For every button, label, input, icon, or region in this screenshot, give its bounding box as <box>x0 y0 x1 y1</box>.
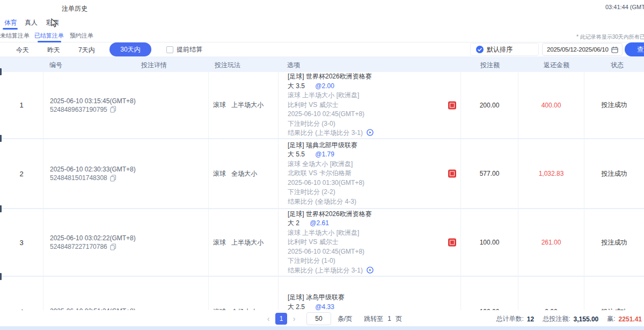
pick-selection: 大 3.5 <box>288 82 305 90</box>
pick-selection: 大 2 <box>288 219 299 227</box>
date-range-value: 2025/05/12-2025/06/10 <box>547 46 609 53</box>
table-row: 2 2025-06-10 02:30:33(GMT+8) 52484815017… <box>0 139 644 208</box>
col-header-play: 投注玩法 <box>215 61 240 70</box>
row-number: 2 <box>0 139 43 208</box>
subtab-settled[interactable]: 已结算注单 <box>34 32 64 40</box>
row-edge-mark <box>0 273 2 280</box>
match-teams: 比利时 VS 威尔士 <box>288 238 460 247</box>
page-title: 注单历史 <box>62 4 87 13</box>
total-count-value: 12 <box>527 315 534 323</box>
stake-amount: 577.00 <box>460 139 518 208</box>
stake-amount: 100.00 <box>460 209 518 276</box>
check-circle-icon <box>476 46 484 53</box>
order-number: 5248489637190795 <box>50 106 107 113</box>
match-time: 2025-06-10 01:30(GMT+8) <box>288 178 460 188</box>
row-number: 3 <box>0 209 43 276</box>
bet-time: 2025-06-10 03:02:22(GMT+8) <box>50 234 208 242</box>
stake-amount: 200.00 <box>460 72 518 138</box>
early-settle-checkbox[interactable] <box>166 46 173 53</box>
league-name: [足球] 冰岛甲级联赛 <box>288 293 460 303</box>
play-type: 滚球 上半场大小 <box>208 72 278 138</box>
table-row: 1 2025-06-10 03:15:45(GMT+8) 52484896371… <box>0 72 644 138</box>
order-number: 5248481501748308 <box>50 174 107 182</box>
jump-to-label: 跳转至 <box>364 314 383 324</box>
market-info: 滚球 上半场大小 [欧洲盘] <box>288 91 460 101</box>
result-detail-icon[interactable] <box>367 267 374 274</box>
totals-summary: 总计单数: 12 总投注额: 3,155.00 赢: 2251.41 <box>496 314 642 324</box>
page-size-input[interactable] <box>306 312 331 325</box>
result-score: 结果比分 (全场比分 4-3) <box>288 197 460 207</box>
row-edge-mark <box>0 205 2 212</box>
bet-time: 2025-06-10 03:15:45(GMT+8) <box>50 97 208 105</box>
sort-label: 默认排序 <box>487 45 513 54</box>
date-range-picker[interactable]: 2025/05/12-2025/06/10 <box>542 43 623 56</box>
filter-yesterday[interactable]: 昨天 <box>47 46 60 55</box>
settled-badge-icon <box>448 239 456 247</box>
option-cell: [足球] 世界杯2026欧洲资格赛 大 2 @2.61 滚球 上半场大小 [欧洲… <box>278 209 460 276</box>
col-header-status: 状态 <box>611 61 624 70</box>
row-edge-mark <box>0 68 2 75</box>
match-time: 2025-06-10 02:45(GMT+8) <box>288 110 460 119</box>
filter-today[interactable]: 今天 <box>16 46 29 55</box>
option-cell: [足球] 世界杯2026欧洲资格赛 大 3.5 @2.00 滚球 上半场大小 [… <box>278 72 460 138</box>
order-number: 5248487227170786 <box>50 243 107 250</box>
prev-page-button[interactable]: ‹ <box>265 314 272 323</box>
option-cell: [足球] 冰岛甲级联赛 大 2.5 @4.33 滚球 全场大小 [欧洲盘] 富佐… <box>278 277 460 310</box>
play-type: 滚球 上半场大小 <box>208 209 278 276</box>
tab-live[interactable]: 真人 <box>25 18 38 27</box>
score-at-bet: 下注时比分 (3-0) <box>288 119 460 129</box>
records-note: * 此记录将显示30天内所有已派彩的注 <box>576 33 644 41</box>
play-type: 滚球 全场大小 <box>208 277 278 310</box>
payout-amount: 0.00 <box>518 277 584 310</box>
play-type: 滚球 全场大小 <box>208 139 278 208</box>
table-header: 编号 投注详情 投注玩法 选项 投注额 返还金额 状态 <box>0 56 644 72</box>
jump-page-value[interactable]: 1 <box>387 315 391 322</box>
pick-selection: 大 5.5 <box>288 150 305 158</box>
copy-icon[interactable] <box>110 175 116 182</box>
odds-value: @2.61 <box>310 219 329 227</box>
subtab-unsettled[interactable]: 未结算注单 <box>0 32 30 40</box>
copy-icon[interactable] <box>110 106 116 113</box>
filter-7days[interactable]: 7天内 <box>78 46 95 55</box>
copy-icon[interactable] <box>110 243 116 250</box>
score-at-bet: 下注时比分 (1-0) <box>288 256 460 266</box>
total-win-label: 赢: <box>607 314 615 324</box>
top-bar: 注单历史 03:41:44 (GMT <box>0 0 644 15</box>
search-button[interactable]: 查询 <box>625 42 644 56</box>
server-time: 03:41:44 (GMT <box>605 4 644 10</box>
bet-status: 投注成功 <box>584 139 644 208</box>
payout-amount: 261.00 <box>518 209 584 276</box>
current-page-button[interactable]: 1 <box>275 313 287 325</box>
row-number: 1 <box>0 72 43 138</box>
result-score: 结果比分 (上半场比分 3-1) <box>288 266 460 276</box>
page-unit-label: 页 <box>396 314 402 324</box>
league-name: [足球] 世界杯2026欧洲资格赛 <box>288 72 460 82</box>
bet-status: 投注成功 <box>584 277 644 310</box>
odds-value: @1.79 <box>315 150 334 158</box>
total-win-value: 2251.41 <box>619 315 642 323</box>
bet-detail-cell: 2025-06-10 02:30:33(GMT+8) 5248481501748… <box>43 139 208 208</box>
bet-history-page: 注单历史 03:41:44 (GMT 体育 真人 彩票 未结算注单 已结算注单 … <box>0 0 644 330</box>
result-detail-icon[interactable] <box>367 129 374 136</box>
sort-dropdown[interactable]: 默认排序 <box>470 43 539 56</box>
score-at-bet: 下注时比分 (2-2) <box>288 188 460 197</box>
stake-amount: 100.00 <box>460 277 518 310</box>
bet-status: 投注成功 <box>584 209 644 276</box>
sub-tabs: 未结算注单 已结算注单 预约注单 * 此记录将显示30天内所有已派彩的注 <box>0 30 644 42</box>
odds-value: @2.00 <box>315 82 334 90</box>
payout-amount: 1,032.83 <box>518 139 584 208</box>
settled-badge-icon <box>448 101 456 109</box>
subtab-reserved[interactable]: 预约注单 <box>70 32 93 40</box>
col-header-number: 编号 <box>49 61 62 70</box>
bet-time: 2025-06-10 02:30:33(GMT+8) <box>50 166 208 173</box>
table-body: 1 2025-06-10 03:15:45(GMT+8) 52484896371… <box>0 72 644 310</box>
filter-bar: 今天 昨天 7天内 30天内 提前结算 默认排序 2025/05/12-2025… <box>0 42 644 56</box>
next-page-button[interactable]: › <box>290 314 298 323</box>
col-header-stake: 投注额 <box>480 61 500 70</box>
match-teams: 北欧联 VS 卡尔伯格斯 <box>288 169 460 178</box>
main-tabs: 体育 真人 彩票 <box>0 15 644 30</box>
tab-sports[interactable]: 体育 <box>4 18 17 27</box>
early-settle-label: 提前结算 <box>177 45 202 54</box>
filter-30days[interactable]: 30天内 <box>109 42 151 56</box>
bet-detail-cell: 2025-06-10 03:02:22(GMT+8) 5248487227170… <box>43 209 208 276</box>
